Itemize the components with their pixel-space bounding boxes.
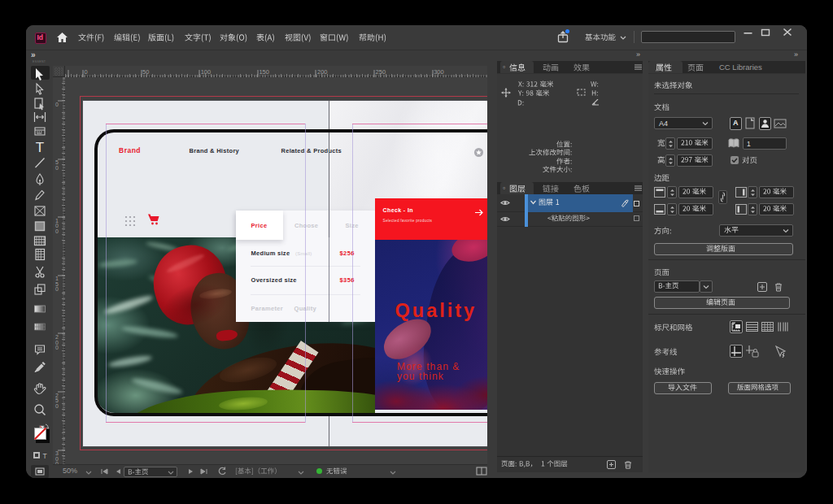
svg-text:T: T: [36, 140, 44, 154]
svg-text:T: T: [43, 452, 47, 460]
